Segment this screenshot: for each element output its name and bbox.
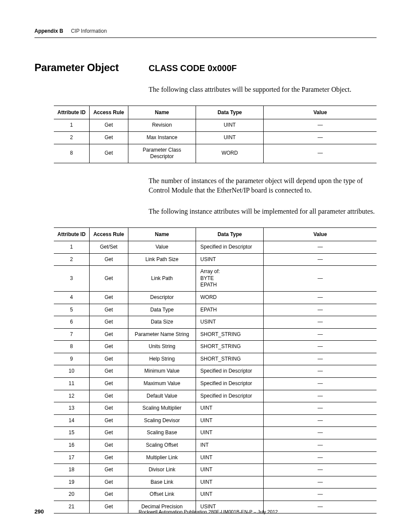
cell-type: UINT — [196, 427, 264, 439]
cell-val: — — [264, 414, 377, 427]
cell-val: — — [264, 304, 377, 316]
page-footer: 290 Rockwell Automation Publication 280E… — [34, 508, 377, 515]
table-row: 14GetScaling DevisorUINT— — [54, 414, 377, 427]
cell-rule: Get/Set — [89, 241, 128, 253]
cell-type: Specified in Descriptor — [196, 241, 264, 253]
cell-name: Data Type — [128, 304, 196, 316]
cell-val: — — [264, 390, 377, 402]
table-header-row: Attribute ID Access Rule Name Data Type … — [54, 106, 377, 119]
cell-name: Parameter Class Descriptor — [128, 144, 196, 163]
table-row: 1GetRevisionUINT— — [54, 119, 377, 132]
cell-val: — — [264, 341, 377, 353]
cell-val: — — [264, 316, 377, 329]
table-row: 3GetLink PathArray of:BYTEEPATH— — [54, 266, 377, 292]
cell-type: Specified in Descriptor — [196, 390, 264, 402]
cell-type: Array of:BYTEEPATH — [196, 266, 264, 292]
cell-val: — — [264, 131, 377, 144]
cell-val: — — [264, 119, 377, 132]
cell-type: USINT — [196, 253, 264, 266]
cell-id: 20 — [54, 488, 89, 501]
cell-val: — — [264, 451, 377, 464]
cell-name: Parameter Name String — [128, 328, 196, 341]
cell-id: 7 — [54, 328, 89, 341]
table-row: 10GetMinimum ValueSpecified in Descripto… — [54, 365, 377, 378]
cell-type: SHORT_STRING — [196, 341, 264, 353]
cell-id: 10 — [54, 365, 89, 378]
cell-rule: Get — [89, 439, 128, 452]
cell-id: 15 — [54, 427, 89, 439]
cell-name: Scaling Offset — [128, 439, 196, 452]
cell-rule: Get — [89, 378, 128, 390]
cell-type: UINT — [196, 119, 264, 132]
table-row: 18GetDivisor LinkUINT— — [54, 464, 377, 476]
cell-rule: Get — [89, 476, 128, 488]
cell-id: 2 — [54, 131, 89, 144]
cell-id: 8 — [54, 341, 89, 353]
cell-val: — — [264, 353, 377, 365]
table-row: 12GetDefault ValueSpecified in Descripto… — [54, 390, 377, 402]
cell-id: 14 — [54, 414, 89, 427]
col-name: Name — [128, 227, 196, 241]
col-attr-id: Attribute ID — [54, 106, 89, 119]
cell-name: Scaling Base — [128, 427, 196, 439]
cell-rule: Get — [89, 266, 128, 292]
cell-val: — — [264, 241, 377, 253]
table-row: 2GetLink Path SizeUSINT— — [54, 253, 377, 266]
col-access-rule: Access Rule — [89, 106, 128, 119]
cell-id: 16 — [54, 439, 89, 452]
cell-id: 3 — [54, 266, 89, 292]
table-row: 5GetData TypeEPATH— — [54, 304, 377, 316]
cell-rule: Get — [89, 119, 128, 132]
title-row: Parameter Object CLASS CODE 0x000F — [34, 62, 377, 74]
cell-id: 2 — [54, 253, 89, 266]
cell-id: 11 — [54, 378, 89, 390]
cell-id: 12 — [54, 390, 89, 402]
cell-rule: Get — [89, 451, 128, 464]
cell-val: — — [264, 291, 377, 304]
intro-paragraph-2: The number of instances of the parameter… — [149, 176, 377, 196]
table-row: 8GetUnits StringSHORT_STRING— — [54, 341, 377, 353]
cell-name: Scaling Multiplier — [128, 402, 196, 415]
cell-rule: Get — [89, 328, 128, 341]
cell-rule: Get — [89, 464, 128, 476]
table-row: 11GetMaximum ValueSpecified in Descripto… — [54, 378, 377, 390]
cell-rule: Get — [89, 353, 128, 365]
cell-id: 1 — [54, 119, 89, 132]
cell-name: Maximum Value — [128, 378, 196, 390]
cell-rule: Get — [89, 144, 128, 163]
cell-id: 17 — [54, 451, 89, 464]
cell-name: Multiplier Link — [128, 451, 196, 464]
cell-type: INT — [196, 439, 264, 452]
cell-id: 18 — [54, 464, 89, 476]
cell-rule: Get — [89, 253, 128, 266]
col-value: Value — [264, 227, 377, 241]
col-name: Name — [128, 106, 196, 119]
cell-rule: Get — [89, 341, 128, 353]
cell-type: UINT — [196, 414, 264, 427]
cell-id: 9 — [54, 353, 89, 365]
cell-type: WORD — [196, 291, 264, 304]
cell-val: — — [264, 464, 377, 476]
cell-type: UINT — [196, 451, 264, 464]
cell-name: Max Instance — [128, 131, 196, 144]
cell-rule: Get — [89, 390, 128, 402]
chapter-label: CIP Information — [71, 28, 107, 34]
cell-val: — — [264, 253, 377, 266]
cell-type: SHORT_STRING — [196, 353, 264, 365]
cell-type: SHORT_STRING — [196, 328, 264, 341]
cell-id: 13 — [54, 402, 89, 415]
cell-rule: Get — [89, 365, 128, 378]
class-code-heading: CLASS CODE 0x000F — [149, 63, 237, 73]
col-attr-id: Attribute ID — [54, 227, 89, 241]
cell-val: — — [264, 378, 377, 390]
cell-rule: Get — [89, 488, 128, 501]
cell-type: Specified in Descriptor — [196, 365, 264, 378]
cell-val: — — [264, 144, 377, 163]
running-header: Appendix B CIP Information — [34, 28, 377, 34]
cell-val: — — [264, 488, 377, 501]
cell-val: — — [264, 328, 377, 341]
cell-type: EPATH — [196, 304, 264, 316]
cell-name: Divisor Link — [128, 464, 196, 476]
cell-val: — — [264, 402, 377, 415]
cell-name: Data Size — [128, 316, 196, 329]
